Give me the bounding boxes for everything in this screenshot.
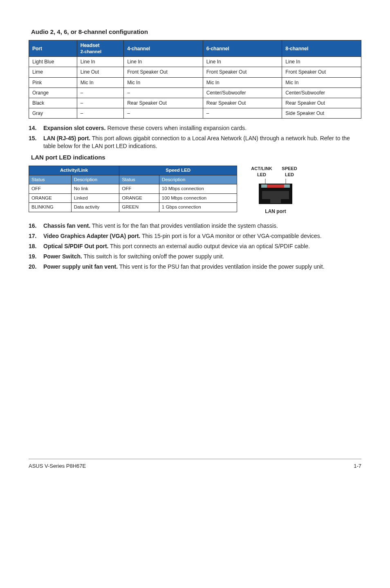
col-6ch: 6-channel (203, 40, 282, 57)
table-cell: – (203, 108, 282, 119)
item-num: 14. (29, 124, 43, 132)
table-cell: Mic In (124, 77, 203, 88)
item-20: 20. Power supply unit fan vent. This ven… (29, 263, 361, 271)
table-cell: Orange (29, 88, 77, 98)
table-cell: Rear Speaker Out (282, 98, 361, 108)
item-text: This 15-pin port is for a VGA monitor or… (140, 233, 321, 239)
table-cell: Rear Speaker Out (124, 98, 203, 108)
item-17: 17. Video Graphics Adapter (VGA) port. T… (29, 232, 361, 240)
lan-led-title: LAN port LED indications (31, 153, 361, 162)
table-cell: GREEN (119, 203, 159, 212)
table-cell: Data activity (71, 203, 119, 212)
col-2ch: Headset2-channel (77, 40, 123, 57)
item-num: 19. (29, 253, 43, 260)
item-text: This vent is for the PSU fan that provid… (118, 263, 325, 270)
svg-rect-7 (270, 199, 281, 203)
table-cell: Side Speaker Out (282, 108, 361, 119)
item-bold: Video Graphics Adapter (VGA) port. (43, 233, 140, 239)
table-row: ORANGELinkedORANGE100 Mbps connection (29, 193, 237, 203)
table-row: Light BlueLine InLine InLine InLine In (29, 57, 361, 67)
item-14: 14. Expansion slot covers. Remove these … (29, 124, 361, 132)
col-4ch: 4-channel (124, 40, 203, 57)
table-cell: Linked (71, 193, 119, 203)
table-cell: Rear Speaker Out (203, 98, 282, 108)
item-num: 15. (29, 135, 43, 142)
footer-right: 1-7 (354, 462, 361, 470)
item-18: 18. Optical S/PDIF Out port. This port c… (29, 242, 361, 250)
rj45-port-icon (253, 179, 298, 207)
audio-config-table: Port Headset2-channel 4-channel 6-channe… (29, 40, 361, 119)
table-cell: – (77, 108, 123, 119)
table-cell: Mic In (77, 77, 123, 88)
item-bold: Power supply unit fan vent. (43, 263, 118, 270)
lan-group-speed: Speed LED (119, 166, 237, 175)
table-cell: Front Speaker Out (203, 67, 282, 77)
table-cell: Mic In (203, 77, 282, 88)
table-row: OFFNo linkOFF10 Mbps connection (29, 184, 237, 194)
item-text: This vent is for the fan that provides v… (90, 222, 278, 229)
table-cell: Mic In (282, 77, 361, 88)
table-cell: Black (29, 98, 77, 108)
col-port: Port (29, 40, 77, 57)
table-cell: No link (71, 184, 119, 194)
item-num: 16. (29, 222, 43, 230)
table-row: Black–Rear Speaker OutRear Speaker OutRe… (29, 98, 361, 108)
lan-h-desc2: Description (159, 175, 237, 184)
table-cell: – (124, 108, 203, 119)
svg-rect-6 (262, 191, 289, 199)
col-8ch: 8-channel (282, 40, 361, 57)
audio-config-title: Audio 2, 4, 6, or 8-channel configuratio… (31, 28, 361, 36)
item-bold: Power Switch. (43, 253, 82, 260)
table-row: Orange––Center/SubwooferCenter/Subwoofer (29, 88, 361, 98)
item-num: 20. (29, 263, 43, 271)
table-cell: Line Out (77, 67, 123, 77)
table-cell: – (124, 88, 203, 98)
item-text: This switch is for switching on/off the … (82, 253, 224, 260)
table-row: LimeLine OutFront Speaker OutFront Speak… (29, 67, 361, 77)
table-cell: – (77, 98, 123, 108)
item-num: 17. (29, 232, 43, 240)
lan-led-table: Activity/Link Speed LED Status Descripti… (29, 166, 237, 212)
footer-left: ASUS V-Series P8H67E (29, 462, 86, 470)
item-bold: Expansion slot covers. (43, 125, 106, 131)
table-cell: Line In (124, 57, 203, 67)
table-cell: Front Speaker Out (282, 67, 361, 77)
lan-h-desc1: Description (71, 175, 119, 184)
table-cell: 1 Gbps connection (159, 203, 237, 212)
table-cell: Line In (282, 57, 361, 67)
table-cell: Gray (29, 108, 77, 119)
table-cell: ORANGE (119, 193, 159, 203)
table-row: PinkMic InMic InMic InMic In (29, 77, 361, 88)
table-cell: BLINKING (29, 203, 72, 212)
item-bold: LAN (RJ-45) port. (43, 135, 90, 141)
table-cell: 10 Mbps connection (159, 184, 237, 194)
table-cell: Line In (77, 57, 123, 67)
table-cell: Front Speaker Out (124, 67, 203, 77)
item-bold: Chassis fan vent. (43, 222, 90, 229)
table-cell: – (77, 88, 123, 98)
svg-rect-5 (267, 184, 284, 188)
table-row: Gray–––Side Speaker Out (29, 108, 361, 119)
table-cell: OFF (29, 184, 72, 194)
page-footer: ASUS V-Series P8H67E 1-7 (29, 459, 361, 470)
table-cell: 100 Mbps connection (159, 193, 237, 203)
table-cell: ORANGE (29, 193, 72, 203)
item-19: 19. Power Switch. This switch is for swi… (29, 253, 361, 260)
item-num: 18. (29, 242, 43, 250)
item-bold: Optical S/PDIF Out port. (43, 243, 108, 249)
table-cell: Light Blue (29, 57, 77, 67)
table-cell: Center/Subwoofer (282, 88, 361, 98)
table-cell: Center/Subwoofer (203, 88, 282, 98)
lan-group-activity: Activity/Link (29, 166, 119, 175)
item-16: 16. Chassis fan vent. This vent is for t… (29, 222, 361, 230)
lan-h-status1: Status (29, 175, 72, 184)
item-15: 15. LAN (RJ-45) port. This port allows g… (29, 135, 361, 150)
table-cell: Pink (29, 77, 77, 88)
lan-port-caption: LAN port (249, 208, 302, 215)
item-text: Remove these covers when installing expa… (106, 125, 247, 131)
table-cell: Lime (29, 67, 77, 77)
lan-h-status2: Status (119, 175, 159, 184)
table-cell: OFF (119, 184, 159, 194)
lan-port-diagram: ACT/LINKLED SPEEDLED LAN port (249, 166, 302, 215)
table-row: BLINKINGData activityGREEN1 Gbps connect… (29, 203, 237, 212)
